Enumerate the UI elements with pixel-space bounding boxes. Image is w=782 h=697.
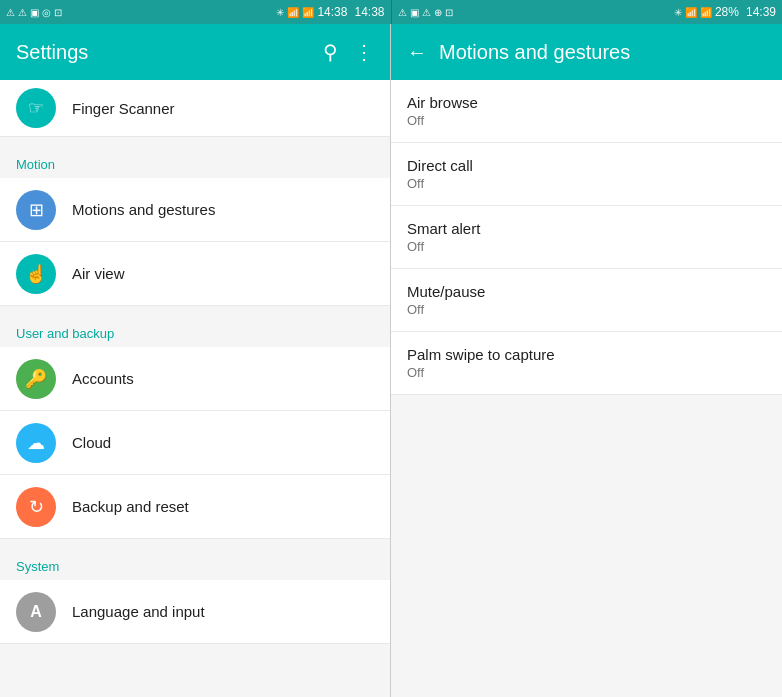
mute-pause-status: Off <box>407 302 766 317</box>
r-clipboard-icon: ⊡ <box>445 7 453 18</box>
r-wifi-icon: 📶 <box>685 7 697 18</box>
accounts-item[interactable]: 🔑 Accounts <box>0 347 390 411</box>
settings-panel: Settings ⚲ ⋮ ☞ Finger Scanner Motion <box>0 24 391 697</box>
language-input-icon: A <box>16 592 56 632</box>
settings-app-bar: Settings ⚲ ⋮ <box>0 24 390 80</box>
air-view-icon: ☝ <box>16 254 56 294</box>
language-input-text: Language and input <box>72 603 205 620</box>
smart-alert-title: Smart alert <box>407 220 766 237</box>
language-input-item[interactable]: A Language and input <box>0 580 390 644</box>
left-time: 14:38 <box>354 5 384 19</box>
image-icon: ▣ <box>30 7 39 18</box>
air-browse-title: Air browse <box>407 94 766 111</box>
backup-reset-text: Backup and reset <box>72 498 189 515</box>
gestures-panel: ← Motions and gestures Air browse Off Di… <box>391 24 782 697</box>
backup-reset-icon: ↻ <box>16 487 56 527</box>
more-options-icon[interactable]: ⋮ <box>354 40 374 64</box>
air-view-label: Air view <box>72 265 125 282</box>
accounts-text: Accounts <box>72 370 134 387</box>
left-status-bar: ⚠ ⚠ ▣ ◎ ⊡ ✳ 📶 📶 14:38 14:38 <box>0 0 391 24</box>
settings-toolbar-icons: ⚲ ⋮ <box>323 40 374 64</box>
backup-reset-item[interactable]: ↻ Backup and reset <box>0 475 390 539</box>
r-bluetooth-icon: ✳ <box>674 7 682 18</box>
cloud-icon: ☁ <box>16 423 56 463</box>
r-warning-icon-1: ⚠ <box>398 7 407 18</box>
mute-pause-title: Mute/pause <box>407 283 766 300</box>
settings-title: Settings <box>16 41 323 64</box>
finger-scanner-label: Finger Scanner <box>72 100 175 117</box>
bluetooth-icon: ✳ <box>276 7 284 18</box>
right-status-bar: ⚠ ▣ ⚠ ⊕ ⊡ ✳ 📶 📶 28% 14:39 <box>392 0 783 24</box>
air-view-text: Air view <box>72 265 125 282</box>
direct-call-status: Off <box>407 176 766 191</box>
direct-call-title: Direct call <box>407 157 766 174</box>
smart-alert-item[interactable]: Smart alert Off <box>391 206 782 269</box>
r-sync-icon: ⊕ <box>434 7 442 18</box>
accounts-label: Accounts <box>72 370 134 387</box>
r-image-icon: ▣ <box>410 7 419 18</box>
motions-gestures-text: Motions and gestures <box>72 201 215 218</box>
palm-swipe-status: Off <box>407 365 766 380</box>
cloud-item[interactable]: ☁ Cloud <box>0 411 390 475</box>
gestures-app-bar: ← Motions and gestures <box>391 24 782 80</box>
air-view-item[interactable]: ☝ Air view <box>0 242 390 306</box>
finger-scanner-icon: ☞ <box>16 88 56 128</box>
warning-icon-2: ⚠ <box>18 7 27 18</box>
backup-reset-label: Backup and reset <box>72 498 189 515</box>
right-time: 14:39 <box>746 5 776 19</box>
palm-swipe-title: Palm swipe to capture <box>407 346 766 363</box>
wifi-icon: 📶 <box>287 7 299 18</box>
direct-call-item[interactable]: Direct call Off <box>391 143 782 206</box>
accounts-icon: 🔑 <box>16 359 56 399</box>
settings-list: ☞ Finger Scanner Motion ⊞ Motions and ge… <box>0 80 390 697</box>
r-warning-icon-2: ⚠ <box>422 7 431 18</box>
divider-2 <box>0 306 390 314</box>
r-signal-icon: 📶 <box>700 7 712 18</box>
finger-scanner-text: Finger Scanner <box>72 100 175 117</box>
smart-alert-status: Off <box>407 239 766 254</box>
screens-container: Settings ⚲ ⋮ ☞ Finger Scanner Motion <box>0 24 782 697</box>
motions-gestures-icon: ⊞ <box>16 190 56 230</box>
r-battery-text: 28% <box>715 5 739 19</box>
warning-icon-1: ⚠ <box>6 7 15 18</box>
section-header-system: System <box>0 547 390 580</box>
motions-gestures-item[interactable]: ⊞ Motions and gestures <box>0 178 390 242</box>
air-browse-status: Off <box>407 113 766 128</box>
section-header-motion: Motion <box>0 145 390 178</box>
battery-text: 14:38 <box>317 5 347 19</box>
palm-swipe-item[interactable]: Palm swipe to capture Off <box>391 332 782 395</box>
divider-1 <box>0 137 390 145</box>
motions-gestures-label: Motions and gestures <box>72 201 215 218</box>
gestures-title: Motions and gestures <box>439 41 766 64</box>
finger-scanner-item[interactable]: ☞ Finger Scanner <box>0 80 390 137</box>
signal-icon: 📶 <box>302 7 314 18</box>
cloud-text: Cloud <box>72 434 111 451</box>
air-browse-item[interactable]: Air browse Off <box>391 80 782 143</box>
cloud-label: Cloud <box>72 434 111 451</box>
language-input-label: Language and input <box>72 603 205 620</box>
clipboard-icon: ⊡ <box>54 7 62 18</box>
section-header-user-backup: User and backup <box>0 314 390 347</box>
mute-pause-item[interactable]: Mute/pause Off <box>391 269 782 332</box>
back-button[interactable]: ← <box>407 41 427 64</box>
sync-icon: ◎ <box>42 7 51 18</box>
divider-3 <box>0 539 390 547</box>
gestures-list: Air browse Off Direct call Off Smart ale… <box>391 80 782 697</box>
status-bars: ⚠ ⚠ ▣ ◎ ⊡ ✳ 📶 📶 14:38 14:38 ⚠ ▣ ⚠ ⊕ ⊡ ✳ … <box>0 0 782 24</box>
search-icon[interactable]: ⚲ <box>323 40 338 64</box>
